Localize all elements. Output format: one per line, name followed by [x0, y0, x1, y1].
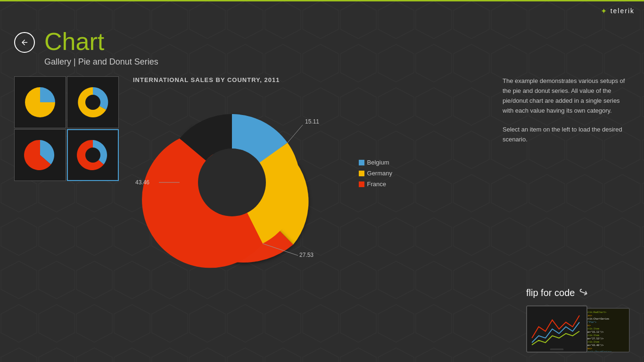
back-arrow-icon: [20, 38, 29, 47]
svg-point-1: [85, 148, 100, 163]
svg-text:43.46: 43.46: [135, 179, 149, 186]
page-title: Chart: [44, 28, 630, 55]
svg-text:27.53: 27.53: [299, 252, 314, 258]
flip-for-code-section: flip for code ↩ <telerik:RadChart> <Seri…: [526, 286, 630, 353]
chart-container: 15.11 27.53 43.46 Belgium: [133, 93, 345, 272]
legend-label-france: France: [367, 181, 386, 188]
svg-rect-10: [528, 306, 586, 352]
info-panel: The example demonstrates various setups …: [498, 76, 630, 272]
telerik-star-icon: ✦: [601, 7, 608, 16]
chart-title: INTERNATIONAL SALES BY COUNTRY, 2011: [133, 76, 280, 83]
back-button[interactable]: [14, 32, 35, 53]
gallery-thumb-2[interactable]: [67, 76, 119, 128]
legend-item-germany: Germany: [359, 170, 392, 177]
svg-rect-11: [550, 348, 564, 350]
title-area: Chart Gallery | Pie and Donut Series: [44, 28, 630, 67]
svg-point-0: [85, 95, 100, 110]
legend-color-belgium: [359, 160, 364, 165]
device-front: [526, 305, 587, 353]
device-chart-svg: [527, 306, 586, 352]
thumb-2-chart: [74, 83, 112, 121]
gallery-thumb-1[interactable]: [14, 76, 66, 128]
info-description-2: Select an item on the left to load the d…: [503, 125, 630, 145]
legend-label-belgium: Belgium: [367, 159, 389, 166]
gallery-thumb-4[interactable]: [67, 129, 119, 181]
flip-devices: <telerik:RadChart> <Series> <telerik:Cha…: [526, 305, 630, 353]
legend-label-germany: Germany: [367, 170, 392, 177]
svg-point-3: [198, 148, 266, 216]
legend-color-france: [359, 181, 364, 187]
chart-display-area: INTERNATIONAL SALES BY COUNTRY, 2011: [133, 76, 484, 272]
flip-label: flip for code: [526, 288, 575, 298]
chart-legend: Belgium Germany France: [359, 159, 392, 191]
svg-line-6: [263, 244, 298, 255]
gallery-grid: [14, 76, 119, 272]
topbar: ✦ telerik: [0, 0, 644, 19]
legend-color-germany: [359, 171, 364, 176]
page-subtitle: Gallery | Pie and Donut Series: [44, 57, 630, 67]
page-header: Chart Gallery | Pie and Donut Series: [14, 28, 630, 67]
telerik-name: telerik: [611, 7, 635, 15]
thumb-4-chart: [74, 136, 112, 174]
gallery-thumb-3[interactable]: [14, 129, 66, 181]
flip-arrow-icon: ↩: [577, 284, 590, 300]
telerik-logo: ✦ telerik: [601, 7, 635, 16]
legend-item-france: France: [359, 181, 392, 188]
thumb-3-chart: [21, 136, 59, 174]
content-row: INTERNATIONAL SALES BY COUNTRY, 2011: [14, 76, 630, 272]
main-donut-chart: 15.11 27.53 43.46: [133, 93, 331, 272]
svg-text:15.11: 15.11: [305, 118, 319, 125]
thumb-1-chart: [21, 83, 59, 121]
info-description-1: The example demonstrates various setups …: [503, 76, 630, 115]
legend-item-belgium: Belgium: [359, 159, 392, 166]
svg-line-4: [288, 125, 303, 143]
